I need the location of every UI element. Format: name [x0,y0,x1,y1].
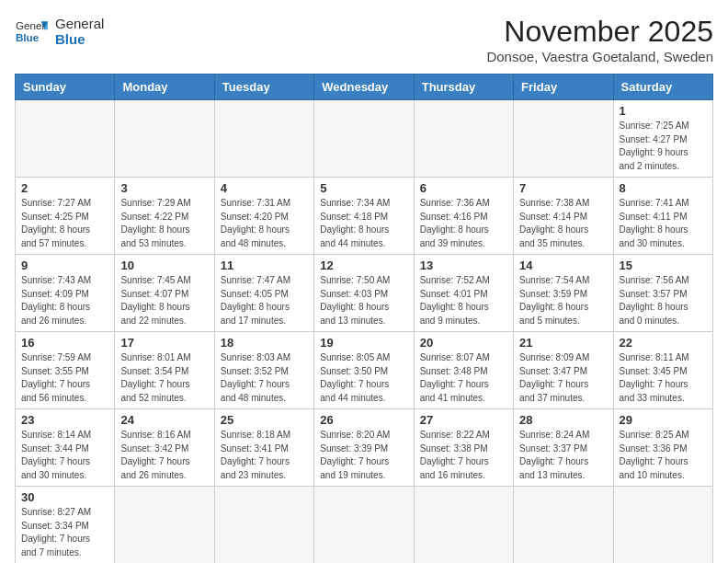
day-info: Sunrise: 8:03 AM Sunset: 3:52 PM Dayligh… [221,351,308,405]
calendar-header-monday: Monday [115,75,214,100]
day-info: Sunrise: 7:50 AM Sunset: 4:03 PM Dayligh… [320,274,407,327]
calendar-cell: 2Sunrise: 7:27 AM Sunset: 4:25 PM Daylig… [16,178,115,255]
calendar-cell: 23Sunrise: 8:14 AM Sunset: 3:44 PM Dayli… [16,409,115,487]
day-info: Sunrise: 7:47 AM Sunset: 4:05 PM Dayligh… [221,274,308,327]
calendar-cell: 22Sunrise: 8:11 AM Sunset: 3:45 PM Dayli… [613,332,712,409]
day-info: Sunrise: 8:25 AM Sunset: 3:36 PM Dayligh… [620,429,707,482]
day-info: Sunrise: 7:52 AM Sunset: 4:01 PM Dayligh… [420,274,507,327]
calendar-cell: 6Sunrise: 7:36 AM Sunset: 4:16 PM Daylig… [414,178,513,255]
day-number: 5 [320,181,407,195]
logo: General Blue General Blue [15,15,104,48]
calendar-cell: 11Sunrise: 7:47 AM Sunset: 4:05 PM Dayli… [214,255,313,332]
day-info: Sunrise: 7:38 AM Sunset: 4:14 PM Dayligh… [519,197,607,250]
day-number: 27 [420,413,507,427]
day-info: Sunrise: 7:41 AM Sunset: 4:11 PM Dayligh… [620,197,707,250]
day-info: Sunrise: 8:20 AM Sunset: 3:39 PM Dayligh… [320,429,407,482]
day-number: 20 [420,336,507,350]
calendar: SundayMondayTuesdayWednesdayThursdayFrid… [15,74,713,563]
day-number: 3 [120,181,208,195]
calendar-cell: 10Sunrise: 7:45 AM Sunset: 4:07 PM Dayli… [115,255,214,332]
logo-blue-text: Blue [55,31,104,47]
logo-icon: General Blue [15,15,48,48]
day-number: 8 [620,181,707,195]
calendar-cell: 12Sunrise: 7:50 AM Sunset: 4:03 PM Dayli… [314,255,414,332]
calendar-cell [214,100,313,178]
day-number: 25 [221,413,308,427]
calendar-cell: 13Sunrise: 7:52 AM Sunset: 4:01 PM Dayli… [414,255,513,332]
day-info: Sunrise: 8:09 AM Sunset: 3:47 PM Dayligh… [519,351,607,405]
day-info: Sunrise: 8:27 AM Sunset: 3:34 PM Dayligh… [21,506,108,559]
calendar-header-tuesday: Tuesday [214,75,313,100]
month-title: November 2025 [486,15,713,49]
calendar-cell: 29Sunrise: 8:25 AM Sunset: 3:36 PM Dayli… [613,409,712,487]
day-info: Sunrise: 7:59 AM Sunset: 3:55 PM Dayligh… [21,351,108,405]
svg-text:Blue: Blue [16,31,40,43]
day-info: Sunrise: 7:29 AM Sunset: 4:22 PM Dayligh… [120,197,208,250]
calendar-header-sunday: Sunday [16,75,115,100]
title-area: November 2025 Donsoe, Vaestra Goetaland,… [486,15,713,64]
calendar-cell: 26Sunrise: 8:20 AM Sunset: 3:39 PM Dayli… [314,409,414,487]
day-info: Sunrise: 8:22 AM Sunset: 3:38 PM Dayligh… [420,429,507,482]
day-info: Sunrise: 7:54 AM Sunset: 3:59 PM Dayligh… [519,274,607,327]
calendar-cell [115,100,214,178]
calendar-cell [16,100,115,178]
day-number: 9 [21,259,108,272]
calendar-cell: 7Sunrise: 7:38 AM Sunset: 4:14 PM Daylig… [514,178,613,255]
day-info: Sunrise: 7:31 AM Sunset: 4:20 PM Dayligh… [221,197,308,250]
calendar-cell [414,100,513,178]
day-info: Sunrise: 8:05 AM Sunset: 3:50 PM Dayligh… [320,351,407,405]
calendar-cell [414,487,513,564]
calendar-cell: 14Sunrise: 7:54 AM Sunset: 3:59 PM Dayli… [514,255,613,332]
day-number: 13 [420,259,507,272]
header: General Blue General Blue November 2025 … [15,15,713,64]
calendar-cell: 24Sunrise: 8:16 AM Sunset: 3:42 PM Dayli… [115,409,214,487]
day-number: 28 [519,413,607,427]
day-number: 17 [120,336,208,350]
day-number: 16 [21,336,108,350]
calendar-header-thursday: Thursday [414,75,513,100]
calendar-cell [514,487,613,564]
calendar-week-4: 16Sunrise: 7:59 AM Sunset: 3:55 PM Dayli… [16,332,713,409]
day-number: 10 [120,259,208,272]
calendar-week-6: 30Sunrise: 8:27 AM Sunset: 3:34 PM Dayli… [16,487,713,564]
calendar-cell [314,100,414,178]
day-info: Sunrise: 7:45 AM Sunset: 4:07 PM Dayligh… [120,274,208,327]
day-info: Sunrise: 7:34 AM Sunset: 4:18 PM Dayligh… [320,197,407,250]
day-number: 22 [620,336,707,350]
calendar-cell: 9Sunrise: 7:43 AM Sunset: 4:09 PM Daylig… [16,255,115,332]
calendar-cell: 16Sunrise: 7:59 AM Sunset: 3:55 PM Dayli… [16,332,115,409]
calendar-cell: 17Sunrise: 8:01 AM Sunset: 3:54 PM Dayli… [115,332,214,409]
day-number: 23 [21,413,108,427]
day-info: Sunrise: 8:24 AM Sunset: 3:37 PM Dayligh… [519,429,607,482]
day-number: 14 [519,259,607,272]
calendar-week-3: 9Sunrise: 7:43 AM Sunset: 4:09 PM Daylig… [16,255,713,332]
day-number: 24 [120,413,208,427]
calendar-cell: 18Sunrise: 8:03 AM Sunset: 3:52 PM Dayli… [214,332,313,409]
day-number: 6 [420,181,507,195]
calendar-cell: 3Sunrise: 7:29 AM Sunset: 4:22 PM Daylig… [115,178,214,255]
calendar-cell [314,487,414,564]
calendar-cell [214,487,313,564]
day-info: Sunrise: 8:18 AM Sunset: 3:41 PM Dayligh… [221,429,308,482]
day-number: 4 [221,181,308,195]
calendar-cell: 5Sunrise: 7:34 AM Sunset: 4:18 PM Daylig… [314,178,414,255]
calendar-header-saturday: Saturday [613,75,712,100]
day-info: Sunrise: 7:56 AM Sunset: 3:57 PM Dayligh… [620,274,707,327]
day-info: Sunrise: 8:01 AM Sunset: 3:54 PM Dayligh… [120,351,208,405]
day-info: Sunrise: 8:11 AM Sunset: 3:45 PM Dayligh… [620,351,707,405]
day-number: 30 [21,490,108,504]
day-number: 12 [320,259,407,272]
logo-general-text: General [55,16,104,31]
calendar-cell: 28Sunrise: 8:24 AM Sunset: 3:37 PM Dayli… [514,409,613,487]
day-number: 18 [221,336,308,350]
calendar-cell: 4Sunrise: 7:31 AM Sunset: 4:20 PM Daylig… [214,178,313,255]
calendar-cell: 20Sunrise: 8:07 AM Sunset: 3:48 PM Dayli… [414,332,513,409]
day-info: Sunrise: 7:36 AM Sunset: 4:16 PM Dayligh… [420,197,507,250]
day-number: 11 [221,259,308,272]
calendar-cell [613,487,712,564]
calendar-header-friday: Friday [514,75,613,100]
calendar-week-2: 2Sunrise: 7:27 AM Sunset: 4:25 PM Daylig… [16,178,713,255]
calendar-cell: 1Sunrise: 7:25 AM Sunset: 4:27 PM Daylig… [613,100,712,178]
calendar-header-row: SundayMondayTuesdayWednesdayThursdayFrid… [16,75,713,100]
day-info: Sunrise: 8:16 AM Sunset: 3:42 PM Dayligh… [120,429,208,482]
